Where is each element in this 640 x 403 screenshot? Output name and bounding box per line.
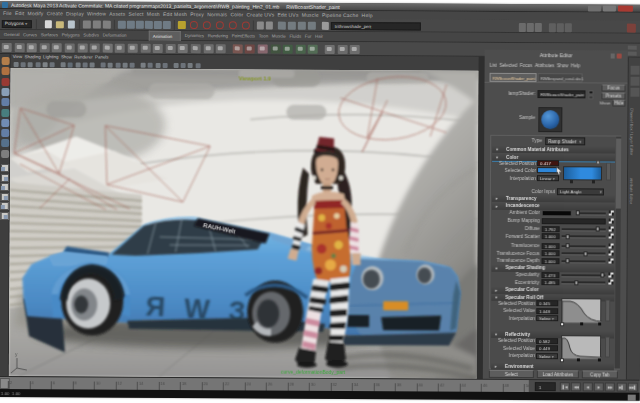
svg-text:curve_deformationBody_part: curve_deformationBody_part (281, 369, 346, 375)
svg-text:Viewport 1.9: Viewport 1.9 (239, 75, 271, 81)
